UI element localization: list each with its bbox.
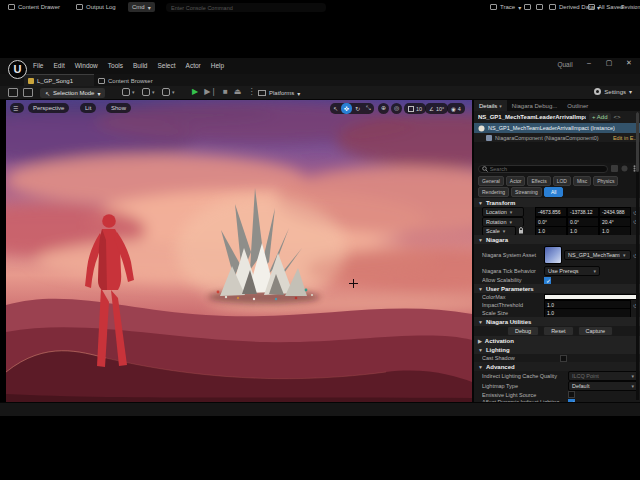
favorites-icon[interactable] [621, 165, 628, 172]
trace-dropdown[interactable]: Trace ▾ [490, 2, 521, 12]
minimize-button[interactable]: – [584, 59, 594, 67]
debug-button[interactable]: Debug [507, 326, 539, 336]
cmd-dropdown[interactable]: Cmd ▾ [128, 2, 155, 12]
output-log-button[interactable]: Output Log [76, 2, 116, 12]
trash-button[interactable] [524, 2, 531, 12]
details-scrollbar[interactable] [636, 112, 639, 400]
content-drawer-statusbar-button[interactable]: Content Drawer [8, 2, 60, 12]
menu-build[interactable]: Build [132, 60, 148, 71]
view-mode-dropdown[interactable]: Lit [80, 103, 96, 113]
frame-skip-button[interactable]: ▶❘ [204, 87, 217, 96]
grid-snap-control[interactable]: 10 [404, 103, 426, 114]
filter-physics[interactable]: Physics [593, 176, 618, 186]
eject-button[interactable]: ⏏ [234, 87, 242, 96]
tick-behavior-dropdown[interactable]: Use Prereqs ▾ [544, 266, 600, 276]
console-input-box[interactable] [166, 3, 326, 12]
tab-outliner[interactable]: Outliner [562, 100, 593, 111]
settings-dropdown[interactable]: Settings ▾ [594, 88, 632, 95]
tab-details[interactable]: Details ▾ [474, 100, 507, 111]
filter-effects[interactable]: Effects [527, 176, 550, 186]
location-dropdown[interactable]: Location ▾ [482, 207, 524, 217]
rotate-tool-button[interactable]: ↻ [352, 103, 363, 114]
menu-actor[interactable]: Actor [185, 60, 202, 71]
menu-file[interactable]: File [32, 60, 44, 71]
content-browser-button[interactable]: Content Browser [94, 75, 157, 86]
cast-shadow-checkbox[interactable] [560, 355, 567, 362]
tab-niagara-debug[interactable]: Niagara Debug... [507, 100, 562, 111]
revision-control-dropdown[interactable]: Revision Control [618, 2, 638, 12]
scale-z-field[interactable]: 1.0 [599, 226, 631, 236]
location-y-field[interactable]: -13738.12 [567, 207, 599, 217]
scale-dropdown[interactable]: Scale ▾ [482, 226, 516, 236]
section-niagara-utilities[interactable]: ▼ Niagara Utilities [474, 317, 640, 326]
level-viewport[interactable]: ☰ Perspective Lit Show ↖ ✜ ↻ ⤡ ⊕ ◎ 10 ∠ … [6, 100, 472, 402]
add-component-button[interactable]: + Add [589, 113, 611, 121]
scale-tool-button[interactable]: ⤡ [363, 103, 374, 114]
screen: { "icons": { "caret": "▾", "tri_open": "… [0, 0, 640, 480]
platforms-dropdown[interactable]: Platforms ▾ [258, 88, 300, 98]
lightmap-type-dropdown[interactable]: Default ▾ [568, 381, 638, 391]
location-z-field[interactable]: -2434.988 [599, 207, 631, 217]
location-x-field[interactable]: -4673.856 [535, 207, 567, 217]
emissive-checkbox[interactable] [568, 391, 575, 398]
camera-speed-control[interactable]: ◉ 4 [447, 103, 465, 114]
component-tree-row[interactable]: NiagaraComponent (NiagaraComponent0) Edi… [474, 133, 640, 142]
niagara-asset-thumbnail[interactable] [544, 246, 562, 264]
blueprints-dropdown[interactable]: ▾ [142, 88, 155, 96]
scale-y-field[interactable]: 1.0 [567, 226, 599, 236]
component-tree-selected-row[interactable]: NS_GP1_MechTeamLeaderArrivalImpact (Inst… [474, 123, 640, 133]
blueprint-convert-icon[interactable]: <> [614, 114, 621, 120]
filter-actor[interactable]: Actor [506, 176, 526, 186]
search-input[interactable] [490, 166, 604, 172]
save-icon[interactable] [8, 88, 18, 97]
filter-lod[interactable]: LOD [553, 176, 571, 186]
content-icon[interactable] [23, 88, 33, 97]
tab-level[interactable]: L_GP_Song1 [24, 74, 94, 86]
maximize-button[interactable]: ▢ [604, 59, 614, 67]
ilcq-dropdown[interactable]: ILCQ Point ▾ [568, 371, 638, 381]
play-button[interactable]: ▶ [192, 87, 198, 96]
reset-button[interactable]: Reset [543, 326, 573, 336]
filter-streaming[interactable]: Streaming [511, 187, 542, 197]
filter-misc[interactable]: Misc [573, 176, 591, 186]
section-transform[interactable]: ▼ Transform [474, 198, 640, 207]
edit-in-editor-link[interactable]: Edit in E... [613, 135, 638, 141]
section-user-parameters[interactable]: ▼ User Parameters [474, 284, 640, 293]
move-tool-button[interactable]: ✜ [341, 103, 352, 114]
menu-edit[interactable]: Edit [52, 60, 65, 71]
section-lighting[interactable]: ▼ Lighting [474, 345, 640, 354]
select-tool-button[interactable]: ↖ [330, 103, 341, 114]
viewport-menu-button[interactable]: ☰ [10, 103, 24, 113]
display-options-icon[interactable] [611, 165, 618, 172]
stop-button[interactable]: ■ [223, 87, 228, 96]
perspective-dropdown[interactable]: Perspective [28, 103, 69, 113]
section-niagara[interactable]: ▼ Niagara [474, 235, 640, 244]
section-advanced[interactable]: ▼ Advanced [474, 362, 640, 371]
unreal-logo-icon[interactable]: U [8, 60, 27, 79]
filter-all[interactable]: All [544, 187, 564, 197]
rotation-snap-control[interactable]: ∠ 10° [425, 103, 448, 114]
modes-dropdown[interactable]: ▾ [122, 88, 135, 96]
section-activation[interactable]: ▶ Activation [474, 336, 640, 345]
console-input[interactable] [171, 5, 321, 11]
filter-general[interactable]: General [478, 176, 504, 186]
lock-icon[interactable] [518, 227, 524, 234]
menu-select[interactable]: Select [156, 60, 176, 71]
world-local-toggle[interactable]: ⊕ [378, 103, 389, 114]
capture-button[interactable]: Capture [578, 326, 614, 336]
system-asset-dropdown[interactable]: NS_GP1_MechTeamLe... ▾ [564, 250, 631, 260]
details-search-box[interactable] [478, 165, 608, 173]
scale-x-field[interactable]: 1.0 [535, 226, 567, 236]
snapshot-button[interactable] [536, 2, 543, 12]
surface-snap-toggle[interactable]: ◎ [391, 103, 402, 114]
menu-help[interactable]: Help [210, 60, 225, 71]
allow-scalability-checkbox[interactable] [544, 277, 551, 284]
menu-tools[interactable]: Tools [107, 60, 124, 71]
close-button[interactable]: ✕ [624, 59, 634, 67]
menu-window[interactable]: Window [74, 60, 99, 71]
selection-mode-dropdown[interactable]: ↖ Selection Mode ▾ [40, 88, 105, 98]
cinematics-dropdown[interactable]: ▾ [162, 88, 175, 96]
show-dropdown[interactable]: Show [106, 103, 131, 113]
filter-rendering[interactable]: Rendering [478, 187, 509, 197]
play-options-kebab-icon[interactable]: ⋮ [247, 87, 255, 96]
